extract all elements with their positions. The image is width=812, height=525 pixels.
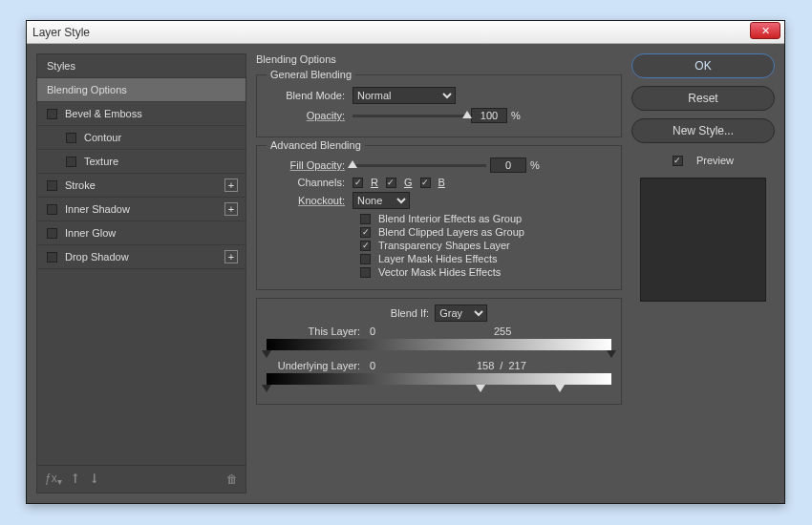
preview-label: Preview (696, 155, 734, 166)
opt-label: Vector Mask Hides Effects (378, 266, 501, 278)
vector-mask-hides-checkbox[interactable] (360, 267, 371, 278)
checkbox-icon[interactable] (47, 204, 57, 215)
underlying-gradient[interactable] (267, 373, 611, 385)
add-effect-button[interactable]: + (224, 202, 238, 216)
checkbox-icon[interactable] (66, 133, 76, 143)
this-layer-label: This Layer: (267, 326, 370, 337)
fill-opacity-label: Fill Opacity: (267, 159, 353, 171)
move-down-icon[interactable]: 🠗 (89, 472, 100, 486)
opacity-label: Opacity: (267, 110, 353, 121)
style-item-label: Contour (84, 132, 121, 143)
under-low-value: 0 (370, 360, 408, 371)
style-item-label: Blending Options (47, 84, 127, 95)
general-blending-group: General Blending Blend Mode: Normal Opac… (256, 74, 622, 137)
style-item-inner-shadow[interactable]: Inner Shadow + (37, 198, 246, 221)
fx-menu-icon[interactable]: ƒx▾ (45, 472, 62, 487)
knockout-label: Knockout: (267, 195, 353, 206)
style-item-label: Bevel & Emboss (65, 108, 142, 119)
ok-button[interactable]: OK (631, 53, 775, 78)
style-item-bevel[interactable]: Bevel & Emboss (37, 102, 246, 126)
preview-swatch (640, 178, 766, 302)
fill-opacity-input[interactable] (490, 158, 526, 173)
blend-mode-label: Blend Mode: (267, 90, 353, 101)
styles-panel: Styles Blending Options Bevel & Emboss C… (36, 53, 246, 494)
move-up-icon[interactable]: 🠕 (70, 472, 81, 486)
channel-b-label: B (438, 177, 445, 188)
this-low-value: 0 (370, 326, 408, 337)
options-panel: Blending Options General Blending Blend … (256, 53, 622, 494)
channel-b-checkbox[interactable] (420, 178, 431, 188)
opt-label: Blend Interior Effects as Group (378, 213, 522, 224)
style-item-inner-glow[interactable]: Inner Glow (37, 221, 246, 245)
knockout-select[interactable]: None (353, 192, 410, 209)
this-black-slider[interactable] (262, 350, 271, 358)
style-item-label: Drop Shadow (65, 251, 129, 262)
group-legend: General Blending (267, 69, 355, 80)
add-effect-button[interactable]: + (224, 178, 238, 192)
layer-mask-hides-checkbox[interactable] (360, 254, 371, 264)
this-white-slider[interactable] (607, 350, 616, 358)
style-item-drop-shadow[interactable]: Drop Shadow + (37, 245, 246, 269)
under-mid-value: 158 (477, 360, 494, 371)
transparency-shapes-checkbox[interactable] (360, 241, 371, 251)
blend-if-select[interactable]: Gray (435, 304, 487, 322)
under-white-split-a[interactable] (476, 385, 485, 392)
channels-label: Channels: (267, 177, 353, 188)
new-style-button[interactable]: New Style... (631, 118, 775, 143)
opt-label: Transparency Shapes Layer (378, 240, 510, 251)
panel-title: Blending Options (256, 53, 622, 65)
side-panel: OK Reset New Style... Preview (631, 53, 775, 494)
checkbox-icon[interactable] (47, 252, 57, 262)
opt-label: Layer Mask Hides Effects (378, 253, 498, 264)
blend-interior-checkbox[interactable] (360, 214, 371, 224)
style-item-texture[interactable]: Texture (37, 150, 246, 174)
dialog-body: Styles Blending Options Bevel & Emboss C… (27, 44, 784, 503)
style-item-label: Stroke (65, 179, 96, 191)
styles-footer: ƒx▾ 🠕 🠗 🗑 (37, 465, 246, 493)
add-effect-button[interactable]: + (224, 250, 238, 263)
opt-label: Blend Clipped Layers as Group (378, 226, 524, 238)
channel-g-label: G (404, 177, 413, 188)
checkbox-icon[interactable] (66, 157, 76, 167)
opacity-slider[interactable] (353, 115, 467, 117)
checkbox-icon[interactable] (47, 180, 57, 191)
this-layer-gradient[interactable] (267, 339, 611, 350)
checkbox-icon[interactable] (47, 228, 57, 239)
channel-r-checkbox[interactable] (353, 178, 363, 188)
style-item-label: Inner Glow (65, 227, 116, 239)
blend-clipped-checkbox[interactable] (360, 227, 371, 238)
fill-opacity-unit: % (530, 159, 540, 171)
group-legend: Advanced Blending (267, 139, 365, 151)
style-item-contour[interactable]: Contour (37, 126, 246, 150)
titlebar[interactable]: Layer Style ✕ (27, 21, 784, 44)
opacity-input[interactable] (471, 108, 507, 123)
style-item-blending-options[interactable]: Blending Options (37, 78, 246, 102)
style-item-label: Texture (84, 156, 118, 167)
reset-button[interactable]: Reset (631, 86, 775, 111)
layer-style-dialog: Layer Style ✕ Styles Blending Options Be… (26, 20, 785, 504)
styles-header: Styles (37, 54, 246, 78)
advanced-options: Blend Interior Effects as Group Blend Cl… (360, 213, 611, 278)
style-item-label: Inner Shadow (65, 203, 130, 215)
under-white-split-b[interactable] (555, 385, 565, 392)
style-item-stroke[interactable]: Stroke + (37, 174, 246, 198)
advanced-blending-group: Advanced Blending Fill Opacity: % Channe… (256, 145, 622, 290)
this-high-value: 255 (494, 326, 511, 337)
close-icon: ✕ (761, 25, 770, 37)
underlying-label: Underlying Layer: (267, 360, 370, 371)
under-black-slider[interactable] (262, 385, 271, 392)
close-button[interactable]: ✕ (750, 22, 780, 39)
channel-r-label: R (371, 177, 378, 188)
trash-icon[interactable]: 🗑 (226, 472, 238, 486)
fill-opacity-slider[interactable] (353, 164, 486, 167)
blend-if-group: Blend If: Gray This Layer: 0 255 Unde (256, 298, 622, 405)
blend-if-label: Blend If: (391, 307, 429, 319)
checkbox-icon[interactable] (47, 109, 57, 119)
under-sep: / (500, 360, 502, 371)
preview-checkbox[interactable] (673, 156, 683, 166)
opacity-unit: % (511, 110, 521, 121)
under-high-value: 217 (508, 360, 525, 371)
channel-g-checkbox[interactable] (386, 178, 396, 188)
blend-mode-select[interactable]: Normal (353, 87, 456, 104)
window-title: Layer Style (32, 26, 90, 39)
